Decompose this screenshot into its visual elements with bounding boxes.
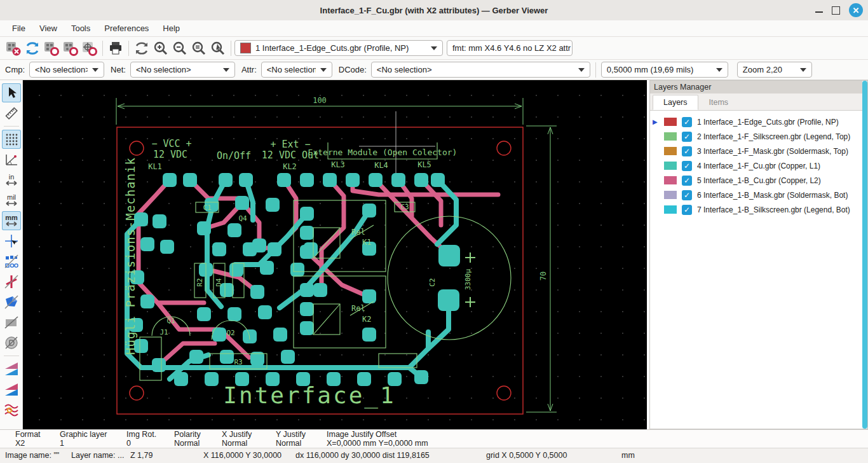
info-label: Y Justify bbox=[276, 430, 327, 439]
layer-color-swatch[interactable] bbox=[664, 162, 677, 170]
layer-label[interactable]: 2 Interface_1-F_Silkscreen.gbr (Legend, … bbox=[697, 132, 850, 141]
net-value: <No selection> bbox=[136, 65, 219, 74]
zoom-select[interactable]: Zoom 2,20 bbox=[737, 62, 812, 78]
main-toolbar: 1 Interface_1-Edge_Cuts.gbr (Profile, NP… bbox=[0, 37, 868, 60]
layer-checkbox[interactable]: ✓ bbox=[682, 205, 692, 215]
layer-label[interactable]: 1 Interface_1-Edge_Cuts.gbr (Profile, NP… bbox=[697, 118, 839, 127]
layer-color-swatch[interactable] bbox=[664, 132, 677, 141]
info-label: X Justify bbox=[222, 430, 276, 439]
zoom-out-icon[interactable] bbox=[170, 39, 189, 58]
dcode-select[interactable]: <No selection> bbox=[371, 62, 590, 78]
refresh-view-icon[interactable] bbox=[132, 39, 151, 58]
menu-tools[interactable]: Tools bbox=[64, 20, 97, 36]
clear-all-layers-icon[interactable] bbox=[4, 39, 23, 58]
layer-color-swatch[interactable] bbox=[664, 191, 677, 199]
menu-help[interactable]: Help bbox=[156, 20, 187, 36]
gerber-canvas[interactable]: 100 70 bbox=[23, 80, 647, 429]
panel-scrollbar[interactable] bbox=[862, 81, 867, 429]
layer-row[interactable]: ✓ 7 Interface_1-B_Silkscreen.gbr (Legend… bbox=[650, 202, 867, 217]
flashed-items-sketch-icon[interactable] bbox=[2, 252, 21, 271]
status-layer-name: Layer name: ... bbox=[71, 451, 124, 460]
svg-text:+ Ext −: + Ext − bbox=[270, 139, 310, 150]
info-label: Format bbox=[15, 430, 60, 439]
chevron-down-icon bbox=[223, 68, 229, 72]
units-mils-icon[interactable]: mil bbox=[2, 191, 21, 210]
dcodes-visibility-icon[interactable] bbox=[2, 333, 21, 352]
units-inches-icon[interactable]: in bbox=[2, 170, 21, 190]
cursor-shape-icon[interactable] bbox=[2, 232, 21, 251]
layer-row[interactable]: ✓ 4 Interface_1-F_Cu.gbr (Copper, L1) bbox=[650, 158, 867, 173]
print-icon[interactable] bbox=[106, 39, 125, 58]
layer-label[interactable]: 6 Interface_1-B_Mask.gbr (Soldermask, Bo… bbox=[697, 191, 848, 200]
layer-label[interactable]: 5 Interface_1-B_Cu.gbr (Copper, L2) bbox=[697, 176, 821, 185]
attr-select[interactable]: <No selection> bbox=[261, 62, 332, 78]
layer-row[interactable]: ✓ 3 Interface_1-F_Mask.gbr (Soldermask, … bbox=[650, 144, 867, 158]
layer-label[interactable]: 7 Interface_1-B_Silkscreen.gbr (Legend, … bbox=[697, 205, 850, 214]
lines-sketch-icon[interactable] bbox=[2, 272, 21, 291]
highlight-nets-icon[interactable] bbox=[2, 400, 21, 419]
title-bar: Interface_1-F_Cu.gbr (with X2 attributes… bbox=[0, 0, 868, 21]
active-layer-swatch bbox=[240, 43, 251, 53]
image-info-bar: FormatX2 Graphic layer1 Img Rot.0 Polari… bbox=[0, 429, 868, 448]
tab-layers[interactable]: Layers bbox=[653, 95, 698, 110]
select-cursor-icon[interactable] bbox=[2, 83, 21, 102]
grid-visibility-icon[interactable] bbox=[2, 130, 21, 149]
chevron-down-icon bbox=[578, 68, 585, 72]
open-gerber-file-icon[interactable] bbox=[42, 39, 61, 58]
layer-color-swatch[interactable] bbox=[664, 176, 677, 184]
zoom-to-selection-icon[interactable] bbox=[208, 39, 227, 58]
negative-objects-icon[interactable] bbox=[2, 313, 21, 332]
format-info-text: fmt: mm X4.6 Y4.6 no LZ X2 attr bbox=[452, 43, 571, 53]
close-icon[interactable]: ✕ bbox=[849, 3, 863, 17]
reload-all-layers-icon[interactable] bbox=[23, 39, 42, 58]
dimension-width-label: 100 bbox=[313, 96, 327, 105]
scrollbar-thumb[interactable] bbox=[862, 81, 867, 429]
units-mm-icon[interactable]: mm bbox=[2, 211, 21, 230]
status-zoom: Z 1,79 bbox=[130, 451, 153, 460]
minimize-icon[interactable] bbox=[815, 11, 823, 13]
layer-checkbox[interactable]: ✓ bbox=[682, 190, 692, 200]
menu-preferences[interactable]: Preferences bbox=[97, 20, 156, 36]
active-layer-select[interactable]: 1 Interface_1-Edge_Cuts.gbr (Profile, NP… bbox=[234, 40, 443, 56]
status-grid: grid X 0,5000 Y 0,5000 bbox=[486, 451, 567, 460]
grid-value: 0,5000 mm (19,69 mils) bbox=[607, 65, 712, 74]
options-toolbar: in mil mm bbox=[0, 80, 23, 429]
measure-ruler-icon[interactable] bbox=[2, 104, 21, 123]
menu-view[interactable]: View bbox=[32, 20, 64, 36]
maximize-icon[interactable] bbox=[832, 6, 840, 15]
grid-select[interactable]: 0,5000 mm (19,69 mils) bbox=[601, 62, 728, 78]
layer-checkbox[interactable]: ✓ bbox=[682, 176, 692, 186]
svg-text:R2: R2 bbox=[196, 278, 204, 286]
info-value: 0 bbox=[126, 439, 174, 448]
layer-checkbox[interactable]: ✓ bbox=[682, 146, 692, 156]
open-job-file-icon[interactable] bbox=[80, 39, 99, 58]
layer-label[interactable]: 4 Interface_1-F_Cu.gbr (Copper, L1) bbox=[697, 162, 820, 170]
layer-color-swatch[interactable] bbox=[664, 118, 677, 126]
menu-file[interactable]: File bbox=[5, 20, 32, 36]
open-drill-file-icon[interactable] bbox=[61, 39, 80, 58]
layer-color-swatch[interactable] bbox=[664, 147, 677, 155]
layer-label[interactable]: 3 Interface_1-F_Mask.gbr (Soldermask, To… bbox=[697, 147, 848, 156]
layer-color-swatch[interactable] bbox=[664, 205, 677, 214]
chevron-down-icon bbox=[431, 46, 437, 50]
layer-row[interactable]: ✓ 6 Interface_1-B_Mask.gbr (Soldermask, … bbox=[650, 188, 867, 202]
layer-row[interactable]: ▶ ✓ 1 Interface_1-Edge_Cuts.gbr (Profile… bbox=[650, 114, 867, 129]
info-label: Polarity bbox=[174, 430, 222, 439]
dimension-height bbox=[526, 126, 557, 412]
polygons-sketch-icon[interactable] bbox=[2, 293, 21, 312]
net-select[interactable]: <No selection> bbox=[130, 62, 235, 78]
zoom-in-icon[interactable] bbox=[151, 39, 170, 58]
current-layer-arrow-icon: ▶ bbox=[653, 118, 659, 125]
cmp-select[interactable]: <No selection> bbox=[29, 62, 104, 78]
layer-row[interactable]: ✓ 5 Interface_1-B_Cu.gbr (Copper, L2) bbox=[650, 173, 867, 188]
tab-items[interactable]: Items bbox=[698, 95, 740, 110]
high-contrast-mode-icon[interactable] bbox=[2, 380, 21, 399]
diff-mode-icon[interactable] bbox=[2, 359, 21, 378]
layer-checkbox[interactable]: ✓ bbox=[682, 117, 692, 127]
polar-coordinates-icon[interactable] bbox=[2, 150, 21, 169]
zoom-fit-icon[interactable] bbox=[189, 39, 208, 58]
layer-row[interactable]: ✓ 2 Interface_1-F_Silkscreen.gbr (Legend… bbox=[650, 129, 867, 144]
layer-checkbox[interactable]: ✓ bbox=[682, 132, 692, 142]
layer-checkbox[interactable]: ✓ bbox=[682, 161, 692, 171]
menu-bar: File View Tools Preferences Help bbox=[0, 20, 868, 37]
